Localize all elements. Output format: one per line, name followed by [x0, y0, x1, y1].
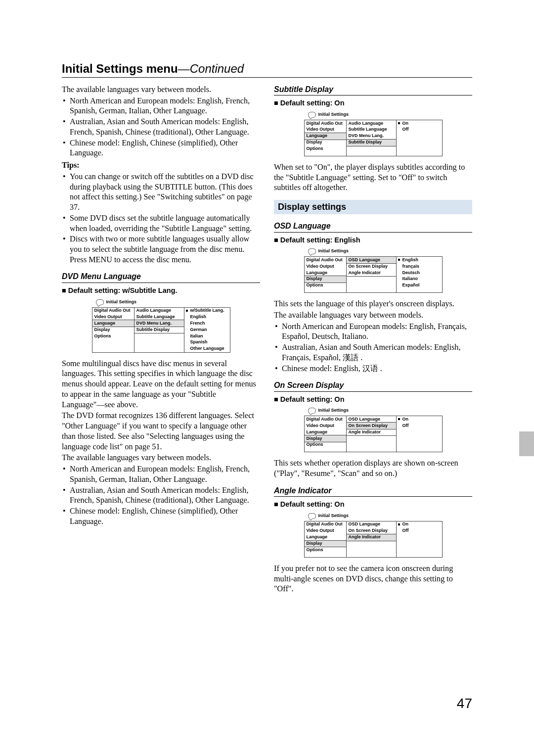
bubble-icon	[308, 248, 316, 254]
option-item: Italian	[184, 333, 230, 339]
nav-item-selected: Display	[305, 435, 346, 442]
screen-title: Initial Settings	[96, 299, 230, 305]
nav-item: Options	[305, 283, 346, 289]
bubble-icon	[308, 513, 316, 519]
page-number: 47	[457, 696, 472, 711]
tips-label: Tips:	[62, 160, 260, 171]
option-item: Off	[397, 528, 442, 534]
option-item-selected: English	[397, 257, 442, 263]
option-item-selected: On	[397, 120, 442, 127]
dvd-menu-language-heading: DVD Menu Language	[62, 272, 260, 283]
nav-item: Display	[92, 327, 134, 333]
submenu-item: Angle Indicator	[347, 270, 396, 276]
intro-text: The available languages vary between mod…	[62, 85, 260, 95]
screen-title: Initial Settings	[308, 408, 443, 414]
nav-item: Language	[305, 270, 346, 276]
osd-language-heading: OSD Language	[274, 221, 472, 232]
nav-item: Options	[92, 333, 134, 339]
nav-item-selected: Display	[305, 276, 346, 283]
tips-list: You can change or switch off the subtitl…	[62, 172, 260, 265]
option-item-selected: w/Subtitle Lang.	[184, 308, 230, 314]
menu-screenshot-dvdmenu: Initial Settings Digital Audio Out Video…	[92, 299, 230, 353]
nav-item: Video Output	[92, 314, 134, 320]
default-setting: Default setting: On	[274, 500, 472, 509]
option-item: German	[184, 327, 230, 333]
body-text: Some multilingual discs have disc menus …	[62, 359, 260, 410]
option-item: Español	[397, 283, 442, 289]
body-text: When set to "On", the player displays su…	[274, 162, 472, 193]
list-item: Australian, Asian and South American mod…	[70, 117, 260, 137]
bubble-icon	[96, 299, 104, 305]
nav-item: Video Output	[305, 127, 346, 133]
submenu-item: On Screen Display	[347, 528, 396, 534]
submenu-item: OSD Language	[347, 521, 396, 528]
option-item-selected: On	[397, 416, 442, 423]
nav-item: Video Output	[305, 528, 346, 534]
option-item: English	[184, 314, 230, 320]
option-item: Italiano	[397, 276, 442, 283]
left-column: The available languages vary between mod…	[62, 85, 260, 595]
title-main: Initial Settings menu	[62, 62, 178, 75]
list-item: Chinese model: English, Chinese (simplif…	[70, 506, 260, 526]
nav-item: Digital Audio Out	[305, 120, 346, 127]
option-item: French	[184, 320, 230, 327]
menu-screenshot-on-screen-display: Initial Settings Digital Audio Out Video…	[304, 408, 443, 452]
display-settings-heading: Display settings	[274, 200, 472, 214]
default-setting: Default setting: w/Subtitle Lang.	[62, 286, 260, 295]
model-list: North American and European models: Engl…	[62, 96, 260, 158]
submenu-item: Angle Indicator	[347, 429, 396, 435]
bubble-icon	[308, 112, 316, 118]
submenu-item-selected: Subtitle Display	[347, 140, 396, 146]
nav-item: Digital Audio Out	[305, 521, 346, 528]
list-item: North American and European models: Engl…	[70, 96, 260, 116]
list-item: You can change or switch off the subtitl…	[70, 172, 260, 213]
submenu-item: OSD Language	[347, 416, 396, 423]
submenu-item: Audio Language	[134, 308, 184, 314]
body-text: The available languages vary between mod…	[62, 453, 260, 463]
model-list: North American and European models: Engl…	[62, 464, 260, 526]
screen-title: Initial Settings	[308, 513, 443, 519]
body-text: The DVD format recognizes 136 different …	[62, 411, 260, 452]
submenu-item-selected: OSD Language	[347, 257, 396, 263]
list-item: Chinese model: English, Chinese (simplif…	[70, 138, 260, 158]
list-item: North American and European models: Engl…	[70, 464, 260, 484]
on-screen-display-heading: On Screen Display	[274, 380, 472, 391]
option-item: Off	[397, 423, 442, 429]
menu-screenshot-osd-language: Initial Settings Digital Audio Out Video…	[304, 248, 443, 293]
nav-item: Video Output	[305, 423, 346, 429]
menu-screenshot-subtitle-display: Initial Settings Digital Audio Out Video…	[304, 112, 443, 156]
nav-item: Digital Audio Out	[305, 416, 346, 423]
submenu-item: Subtitle Language	[347, 127, 396, 133]
list-item: Chinese model: English, 汉语 .	[282, 364, 472, 374]
submenu-item: Subtitle Language	[134, 314, 184, 320]
nav-item: Digital Audio Out	[305, 257, 346, 263]
nav-item-selected: Display	[305, 541, 346, 547]
submenu-item-selected: On Screen Display	[347, 423, 396, 429]
list-item: Some DVD discs set the subtitle language…	[70, 213, 260, 234]
menu-screenshot-angle-indicator: Initial Settings Digital Audio Out Video…	[304, 513, 443, 558]
body-text: If you prefer not to see the camera icon…	[274, 564, 472, 594]
list-item: Australian, Asian and South American mod…	[282, 342, 472, 363]
nav-item: Video Output	[305, 263, 346, 270]
option-item: français	[397, 263, 442, 270]
nav-item-selected: Language	[305, 133, 346, 140]
submenu-item-selected: DVD Menu Lang.	[134, 320, 184, 327]
body-text: This sets whether operation displays are…	[274, 458, 472, 478]
default-setting: Default setting: On	[274, 395, 472, 404]
angle-indicator-heading: Angle Indicator	[274, 486, 472, 497]
option-item: Off	[397, 127, 442, 133]
screen-title: Initial Settings	[308, 248, 443, 254]
screen-title: Initial Settings	[308, 112, 443, 118]
option-item: Spanish	[184, 339, 230, 346]
nav-item: Language	[305, 534, 346, 541]
model-list: North American and European models: Engl…	[274, 322, 472, 374]
bubble-icon	[308, 408, 316, 414]
submenu-item: Subtitle Display	[134, 327, 184, 333]
body-text: This sets the language of this player's …	[274, 299, 472, 309]
default-setting: Default setting: English	[274, 236, 472, 245]
nav-item: Display	[305, 140, 346, 146]
list-item: North American and European models: Engl…	[282, 322, 472, 342]
submenu-item: Audio Language	[347, 120, 396, 127]
nav-item: Options	[305, 547, 346, 553]
body-text: The available languages vary between mod…	[274, 310, 472, 321]
